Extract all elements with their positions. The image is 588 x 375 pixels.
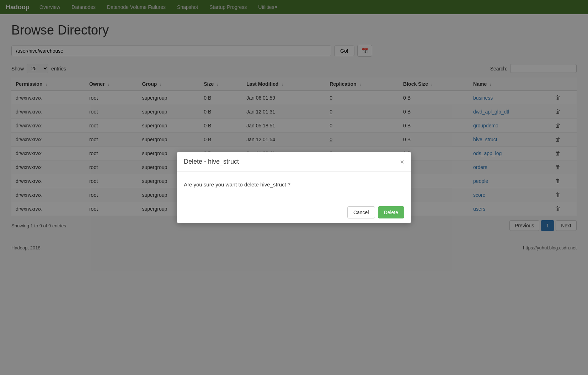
modal-body-text: Are you sure you want to delete hive_str… xyxy=(184,181,290,188)
modal-header: Delete - hive_struct × xyxy=(177,152,411,171)
delete-modal: Delete - hive_struct × Are you sure you … xyxy=(177,152,411,223)
modal-overlay: Delete - hive_struct × Are you sure you … xyxy=(0,0,588,256)
modal-title: Delete - hive_struct xyxy=(184,158,239,165)
modal-close-button[interactable]: × xyxy=(400,158,404,165)
modal-footer: Cancel Delete xyxy=(177,202,411,223)
cancel-button[interactable]: Cancel xyxy=(347,206,375,218)
modal-body: Are you sure you want to delete hive_str… xyxy=(177,171,411,202)
delete-button[interactable]: Delete xyxy=(378,206,404,218)
